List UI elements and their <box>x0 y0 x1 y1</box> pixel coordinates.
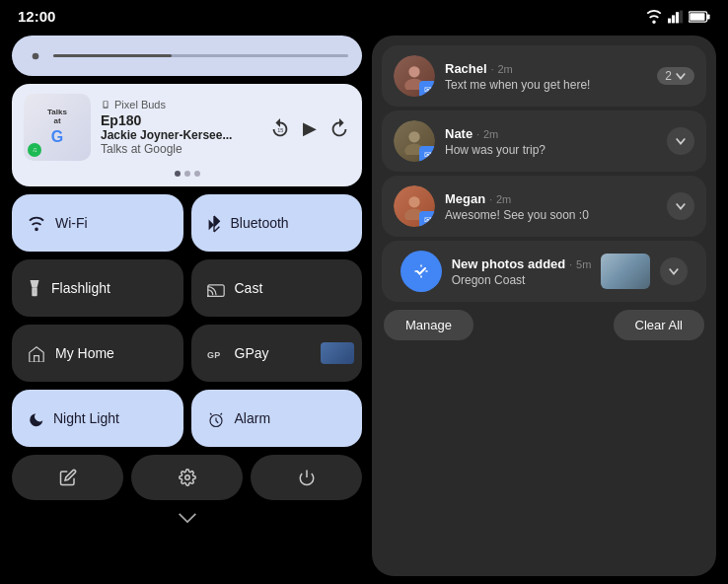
home-tile-icon <box>28 344 45 362</box>
chevron-down[interactable] <box>12 508 362 524</box>
nightlight-tile-label: Night Light <box>53 410 119 426</box>
svg-rect-0 <box>668 18 671 23</box>
nightlight-tile-icon <box>28 409 43 427</box>
notif-megan-expand[interactable] <box>667 192 694 220</box>
notif-megan-content: Megan · 2m Awesome! See you soon :0 <box>445 191 657 222</box>
tile-flashlight[interactable]: Flashlight <box>12 259 183 317</box>
power-button[interactable] <box>251 455 362 500</box>
notif-nate-content: Nate · 2m How was your trip? <box>445 126 657 157</box>
message-badge: ✉ <box>419 81 435 97</box>
svg-rect-1 <box>672 15 675 23</box>
notif-expand-count[interactable]: 2 <box>657 67 694 85</box>
photos-notif-time: 5m <box>576 258 591 270</box>
action-row <box>12 455 362 500</box>
svg-point-17 <box>184 475 189 480</box>
photos-notif-top: New photos added · 5m Oregon Coast <box>400 251 689 292</box>
wifi-tile-label: Wi-Fi <box>55 215 88 231</box>
svg-text:G: G <box>207 350 214 360</box>
photos-thumbnail <box>601 254 650 289</box>
tile-alarm[interactable]: Alarm <box>191 390 363 447</box>
notif-nate-msg: How was your trip? <box>445 143 657 157</box>
media-episode: Ep180 <box>101 112 259 128</box>
svg-point-19 <box>408 66 419 77</box>
message-badge-megan: ✉ <box>419 211 435 227</box>
edit-button[interactable] <box>12 455 123 500</box>
card-chip <box>321 342 354 364</box>
notif-rachel-time: 2m <box>497 63 512 75</box>
photos-icon <box>400 251 442 292</box>
status-icons <box>645 10 710 24</box>
settings-button[interactable] <box>131 455 243 500</box>
dot-1 <box>175 171 181 177</box>
myhome-tile-label: My Home <box>55 345 114 361</box>
left-panel: Talksat G ♫ Pixel Buds Ep180 Jackie Joyn… <box>12 36 362 576</box>
bluetooth-tile-icon <box>207 214 221 233</box>
alarm-tile-label: Alarm <box>235 410 271 426</box>
tile-gpay[interactable]: G P GPay <box>191 325 363 382</box>
alarm-tile-icon <box>207 409 225 428</box>
media-card: Talksat G ♫ Pixel Buds Ep180 Jackie Joyn… <box>12 84 362 186</box>
tile-bluetooth[interactable]: Bluetooth <box>191 194 363 252</box>
notif-megan-time: 2m <box>496 193 511 205</box>
notif-nate-name: Nate <box>445 126 473 141</box>
notif-megan-name: Megan <box>445 191 485 206</box>
tile-myhome[interactable]: My Home <box>12 325 183 382</box>
notif-rachel[interactable]: ✉ Rachel · 2m Text me when you get here!… <box>382 45 706 107</box>
photos-notif-content: New photos added · 5m Oregon Coast <box>452 256 592 287</box>
message-badge-nate: ✉ <box>419 146 435 162</box>
screen: 12:00 <box>0 0 728 584</box>
dot-3 <box>194 171 200 177</box>
notif-nate-expand[interactable] <box>667 127 694 155</box>
svg-text:15: 15 <box>277 127 283 133</box>
media-progress-dots <box>24 171 350 177</box>
notif-rachel-msg: Text me when you get here! <box>445 78 647 92</box>
flashlight-tile-icon <box>28 279 41 298</box>
brightness-icon <box>26 45 45 66</box>
gpay-tile-icon: G P <box>207 344 225 362</box>
svg-point-7 <box>33 53 39 60</box>
bluetooth-tile-label: Bluetooth <box>231 215 289 231</box>
svg-rect-6 <box>690 13 704 21</box>
media-info: Pixel Buds Ep180 Jackie Joyner-Kersee...… <box>101 99 259 156</box>
gpay-tile-label: GPay <box>235 345 269 361</box>
skip-forward-button[interactable] <box>328 117 350 139</box>
notif-actions: Manage Clear All <box>382 310 706 340</box>
media-top: Talksat G ♫ Pixel Buds Ep180 Jackie Joyn… <box>24 94 350 161</box>
skip-back-button[interactable]: 15 <box>269 117 291 139</box>
notif-count: 2 <box>665 69 672 83</box>
cast-tile-label: Cast <box>235 280 263 296</box>
status-time: 12:00 <box>18 8 55 25</box>
svg-rect-5 <box>707 14 710 19</box>
notif-photos[interactable]: New photos added · 5m Oregon Coast <box>382 241 706 302</box>
wifi-status-icon <box>645 10 663 24</box>
media-show: Talks at Google <box>101 142 259 156</box>
svg-point-21 <box>408 131 419 142</box>
notif-rachel-content: Rachel · 2m Text me when you get here! <box>445 61 647 92</box>
right-panel: ✉ Rachel · 2m Text me when you get here!… <box>372 36 716 576</box>
svg-text:P: P <box>214 350 220 360</box>
battery-icon <box>689 11 710 23</box>
notif-nate[interactable]: ✉ Nate · 2m How was your trip? <box>382 110 706 172</box>
brightness-row[interactable] <box>12 36 362 76</box>
signal-icon <box>668 10 684 24</box>
media-device: Pixel Buds <box>101 99 259 110</box>
status-bar: 12:00 <box>0 0 728 29</box>
brightness-slider[interactable] <box>53 54 348 57</box>
notif-nate-time: 2m <box>483 128 498 140</box>
svg-point-23 <box>408 196 419 207</box>
svg-point-13 <box>207 295 209 297</box>
clear-all-button[interactable]: Clear All <box>614 310 704 340</box>
tile-wifi[interactable]: Wi-Fi <box>12 194 183 252</box>
notif-megan[interactable]: ✉ Megan · 2m Awesome! See you soon :0 <box>382 176 706 237</box>
play-pause-button[interactable]: ▶ <box>303 117 317 139</box>
photos-notif-name: New photos added <box>452 256 566 271</box>
photos-expand[interactable] <box>660 257 688 285</box>
media-controls: 15 ▶ <box>269 117 350 139</box>
avatar-megan: ✉ <box>394 185 435 227</box>
svg-marker-10 <box>31 280 39 287</box>
dot-2 <box>184 171 190 177</box>
tile-nightlight[interactable]: Night Light <box>12 390 183 447</box>
manage-button[interactable]: Manage <box>384 310 473 340</box>
tile-cast[interactable]: Cast <box>191 259 363 317</box>
media-device-name: Pixel Buds <box>114 99 166 110</box>
